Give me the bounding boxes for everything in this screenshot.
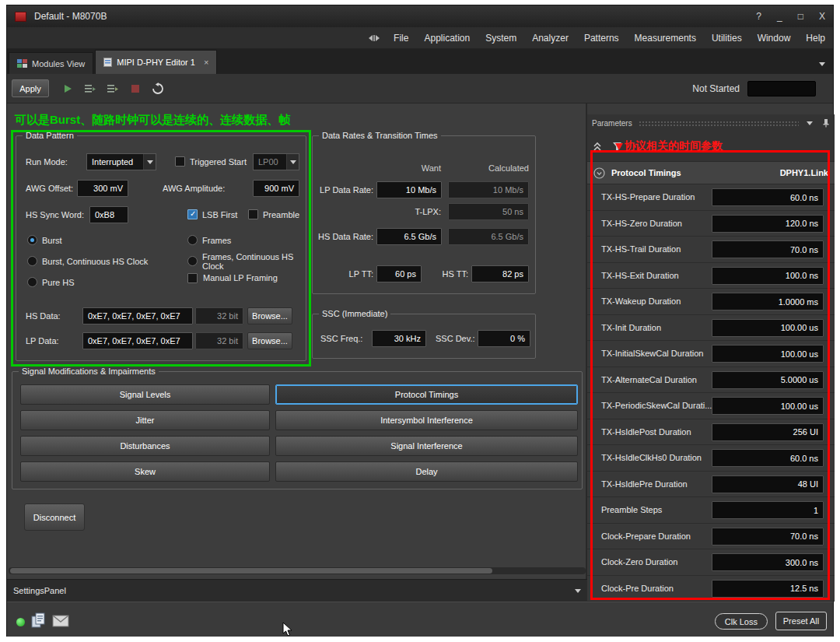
help-button[interactable]: ? <box>756 11 761 22</box>
pin-icon[interactable] <box>822 118 830 128</box>
tab-list-dropdown-icon[interactable] <box>819 62 825 66</box>
sequence-button-2[interactable] <box>103 79 122 98</box>
parameter-value-field[interactable]: 12.5 ns <box>712 580 824 598</box>
maximize-button[interactable]: □ <box>798 11 803 22</box>
impairment-category-button[interactable]: Disturbances <box>20 436 270 456</box>
hs-data-browse-button[interactable]: Browse... <box>247 307 292 325</box>
group-expander-icon[interactable] <box>593 167 605 179</box>
run-mode-option[interactable]: Burst, Continuous HS Clock <box>27 251 187 272</box>
minimize-button[interactable]: _ <box>777 11 782 22</box>
radio-icon[interactable] <box>27 277 37 287</box>
run-mode-option[interactable]: Pure HS <box>27 272 187 293</box>
manual-lp-framing-label: Manual LP Framing <box>203 269 278 286</box>
lp-data-label: LP Data: <box>26 332 59 349</box>
dropdown-arrow-icon[interactable] <box>143 154 156 170</box>
tab-close-icon[interactable]: × <box>204 58 208 67</box>
menu-item[interactable]: Patterns <box>576 27 627 49</box>
parameter-value-field[interactable]: 256 UI <box>712 423 824 441</box>
dock-icon[interactable] <box>369 34 380 42</box>
run-button[interactable] <box>58 79 77 98</box>
panel-menu-icon[interactable] <box>807 121 813 125</box>
stop-button[interactable] <box>126 79 145 98</box>
impairment-category-button[interactable]: Signal Interference <box>275 436 578 456</box>
run-mode-option[interactable]: Frames <box>187 230 301 251</box>
lp-data-field[interactable]: 0xE7, 0xE7, 0xE7, 0xE7 <box>82 332 193 349</box>
run-mode-option-label: Frames <box>202 236 231 245</box>
impairment-category-button[interactable]: Protocol Timings <box>275 384 578 405</box>
tab-modules-view[interactable]: Modules View <box>9 52 93 74</box>
awg-offset-field[interactable]: 300 mV <box>77 180 128 197</box>
parameter-value-field[interactable]: 5.0000 us <box>712 371 824 389</box>
collapse-all-icon[interactable] <box>592 141 603 152</box>
hs-tt-field[interactable]: 82 ps <box>471 265 529 282</box>
parameter-value-field[interactable]: 300.0 ns <box>712 553 824 571</box>
lp-data-rate-want-field[interactable]: 10 Mb/s <box>376 181 442 198</box>
parameters-panel-header[interactable]: Parameters <box>587 114 835 132</box>
lp-state-value: LP00 <box>258 157 278 167</box>
radio-icon[interactable] <box>187 256 198 266</box>
parameter-group-header[interactable]: Protocol Timings DPHY1.Link <box>587 161 835 184</box>
parameter-value-field[interactable]: 100.00 us <box>712 397 824 415</box>
sequence-button-1[interactable] <box>81 79 100 98</box>
reset-button[interactable] <box>149 79 167 98</box>
parameter-value-field[interactable]: 1.0000 ms <box>712 293 824 310</box>
lp-tt-field[interactable]: 60 ps <box>376 265 422 282</box>
window-title: Default - M8070B <box>34 11 107 22</box>
apply-button[interactable]: Apply <box>12 79 49 97</box>
parameter-value-field[interactable]: 100.0 ns <box>712 267 824 285</box>
tab-mipi-dphy-editor[interactable]: MIPI D-PHY Editor 1 × <box>95 50 217 74</box>
impairment-category-button[interactable]: Delay <box>275 461 578 482</box>
parameter-value-field[interactable]: 60.0 ns <box>712 188 824 206</box>
parameter-value-field[interactable]: 100.00 us <box>712 319 824 337</box>
impairment-category-button[interactable]: Signal Levels <box>20 384 270 405</box>
mail-icon[interactable] <box>52 615 69 627</box>
run-mode-option[interactable]: Burst <box>27 230 187 251</box>
parameter-name: TX-HS-Exit Duration <box>601 271 679 280</box>
lsb-first-checkbox[interactable] <box>187 209 198 219</box>
run-mode-dropdown[interactable]: Interrupted <box>86 153 156 170</box>
close-button[interactable]: X <box>819 11 825 22</box>
impairment-category-button[interactable]: Skew <box>20 461 270 482</box>
preset-all-button[interactable]: Preset All <box>775 612 827 630</box>
impairment-category-button[interactable]: Intersymbol Interference <box>275 410 578 430</box>
hs-data-field[interactable]: 0xE7, 0xE7, 0xE7, 0xE7 <box>82 307 193 325</box>
hs-data-rate-want-field[interactable]: 6.5 Gb/s <box>376 228 442 245</box>
parameter-value-field[interactable]: 70.0 ns <box>712 240 824 258</box>
settings-panel-dropdown-icon[interactable] <box>575 589 581 593</box>
menu-item[interactable]: Measurements <box>627 27 704 49</box>
lp-data-browse-button[interactable]: Browse... <box>247 332 292 349</box>
parameter-value-field[interactable]: 100.00 us <box>712 345 824 363</box>
horizontal-scrollbar[interactable] <box>9 567 586 574</box>
awg-amplitude-field[interactable]: 900 mV <box>253 180 299 197</box>
ssc-freq-field[interactable]: 30 kHz <box>372 330 426 347</box>
parameter-value-field[interactable]: 60.0 ns <box>712 449 824 467</box>
window-controls: ? _ □ X <box>756 11 825 22</box>
preamble-checkbox[interactable] <box>248 209 258 219</box>
lp-state-dropdown[interactable]: LP00 <box>253 153 299 170</box>
menu-item[interactable]: System <box>478 27 524 49</box>
disconnect-button[interactable]: Disconnect <box>24 503 85 531</box>
scrollbar-thumb[interactable] <box>10 568 492 574</box>
log-icon[interactable] <box>30 612 46 630</box>
run-mode-option[interactable]: Frames, Continuous HS Clock <box>187 251 301 272</box>
menu-item[interactable]: Analyzer <box>524 27 576 49</box>
parameter-row: Clock-Zero Duration 300.0 ns <box>587 549 835 576</box>
radio-icon[interactable] <box>187 235 198 245</box>
parameter-value-field[interactable]: 48 UI <box>712 475 824 493</box>
menu-item[interactable]: Help <box>798 27 833 49</box>
ssc-dev-field[interactable]: 0 % <box>478 330 530 347</box>
hs-sync-word-field[interactable]: 0xB8 <box>89 206 128 223</box>
impairment-category-button[interactable]: Jitter <box>20 410 270 430</box>
menu-item[interactable]: Utilities <box>704 27 750 49</box>
radio-icon[interactable] <box>27 256 37 266</box>
parameter-value-field[interactable]: 120.0 ns <box>712 215 824 233</box>
menu-item[interactable]: Application <box>416 27 478 49</box>
menu-item[interactable]: File <box>386 27 416 49</box>
manual-lp-framing-checkbox[interactable] <box>187 273 198 283</box>
clk-loss-button[interactable]: Clk Loss <box>715 613 768 630</box>
parameter-value-field[interactable]: 1 <box>712 501 824 519</box>
parameter-value-field[interactable]: 70.0 ns <box>712 528 824 546</box>
menu-item[interactable]: Window <box>750 27 799 49</box>
radio-icon[interactable] <box>27 235 37 245</box>
triggered-start-checkbox[interactable] <box>175 156 185 167</box>
